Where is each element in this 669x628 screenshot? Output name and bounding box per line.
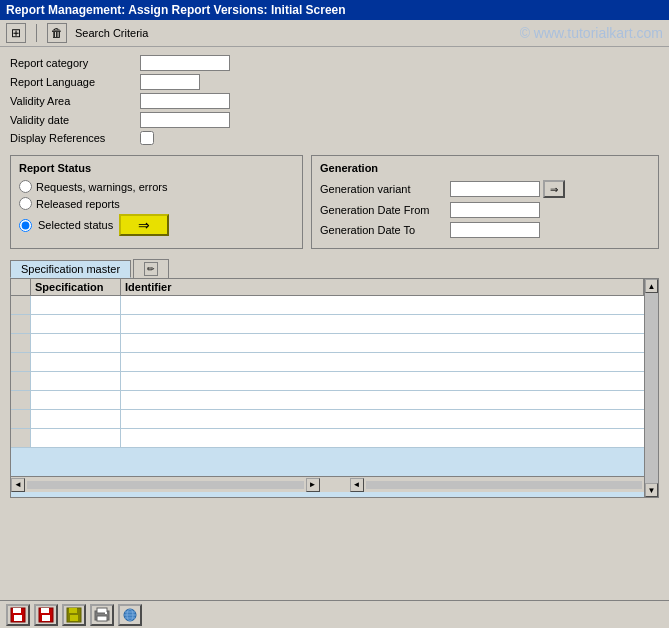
gen-variant-row: Generation variant ⇒ bbox=[320, 180, 650, 198]
svg-rect-12 bbox=[105, 612, 107, 614]
gen-date-from-input[interactable] bbox=[450, 202, 540, 218]
scroll-down-button[interactable]: ▼ bbox=[645, 483, 658, 497]
display-references-checkbox[interactable] bbox=[140, 131, 154, 145]
td-checkbox-1 bbox=[11, 296, 31, 314]
td-spec-1[interactable] bbox=[31, 296, 121, 314]
td-ident-1[interactable] bbox=[121, 296, 658, 314]
scroll-left-ident[interactable]: ◄ bbox=[350, 478, 364, 492]
svg-rect-11 bbox=[97, 616, 107, 621]
horizontal-scrollbar[interactable]: ◄ ► ◄ ► bbox=[11, 476, 658, 492]
td-spec-6[interactable] bbox=[31, 391, 121, 409]
radio-selected[interactable] bbox=[19, 219, 32, 232]
td-checkbox-7 bbox=[11, 410, 31, 428]
status-save-icon-2[interactable] bbox=[34, 604, 58, 626]
td-ident-5[interactable] bbox=[121, 372, 658, 390]
gen-date-to-row: Generation Date To bbox=[320, 222, 650, 238]
gen-variant-input[interactable] bbox=[450, 181, 540, 197]
td-checkbox-3 bbox=[11, 334, 31, 352]
table-row bbox=[11, 391, 658, 410]
radio-released[interactable] bbox=[19, 197, 32, 210]
report-language-row: Report Language bbox=[10, 74, 659, 90]
edit-tab-icon: ✏ bbox=[144, 262, 158, 276]
report-category-label: Report category bbox=[10, 57, 140, 69]
status-button[interactable]: ⇒ bbox=[119, 214, 169, 236]
display-references-label: Display References bbox=[10, 132, 140, 144]
svg-rect-7 bbox=[69, 608, 77, 613]
gen-date-to-label: Generation Date To bbox=[320, 224, 450, 236]
radio-row-2: Released reports bbox=[19, 197, 294, 210]
tab-edit-icon[interactable]: ✏ bbox=[133, 259, 169, 278]
report-category-input[interactable] bbox=[140, 55, 230, 71]
toolbar: ⊞ 🗑 Search Criteria © www.tutorialkart.c… bbox=[0, 20, 669, 47]
report-status-title: Report Status bbox=[19, 162, 294, 174]
scroll-right-spec[interactable]: ► bbox=[306, 478, 320, 492]
table-row bbox=[11, 315, 658, 334]
td-spec-7[interactable] bbox=[31, 410, 121, 428]
main-content: Report category Report Language Validity… bbox=[0, 47, 669, 506]
validity-date-row: Validity date bbox=[10, 112, 659, 128]
save-icon-2-svg bbox=[38, 607, 54, 623]
scroll-up-button[interactable]: ▲ bbox=[645, 279, 658, 293]
td-spec-8[interactable] bbox=[31, 429, 121, 447]
td-spec-4[interactable] bbox=[31, 353, 121, 371]
toolbar-divider bbox=[36, 24, 37, 42]
td-checkbox-6 bbox=[11, 391, 31, 409]
svg-rect-2 bbox=[14, 615, 22, 621]
table-row bbox=[11, 334, 658, 353]
toolbar-icon-trash[interactable]: 🗑 bbox=[47, 23, 67, 43]
globe-icon-svg bbox=[122, 607, 138, 623]
floppy-icon-svg bbox=[66, 607, 82, 623]
tab-spec-master-label: Specification master bbox=[21, 263, 120, 275]
svg-rect-1 bbox=[13, 608, 21, 613]
td-spec-2[interactable] bbox=[31, 315, 121, 333]
toolbar-icon-grid[interactable]: ⊞ bbox=[6, 23, 26, 43]
th-identifier: Identifier bbox=[121, 279, 644, 295]
validity-date-input[interactable] bbox=[140, 112, 230, 128]
gen-date-to-input[interactable] bbox=[450, 222, 540, 238]
report-language-input[interactable] bbox=[140, 74, 200, 90]
search-criteria-label: Search Criteria bbox=[75, 27, 148, 39]
radio-row-1: Requests, warnings, errors bbox=[19, 180, 294, 193]
print-icon-svg bbox=[94, 607, 110, 623]
td-ident-4[interactable] bbox=[121, 353, 658, 371]
scroll-track-h2 bbox=[366, 481, 643, 489]
validity-area-input[interactable] bbox=[140, 93, 230, 109]
radio-selected-label: Selected status bbox=[38, 219, 113, 231]
scroll-track-v bbox=[645, 293, 658, 483]
svg-rect-8 bbox=[70, 615, 78, 621]
svg-rect-5 bbox=[42, 615, 50, 621]
tab-specification-master[interactable]: Specification master bbox=[10, 260, 131, 278]
generation-title: Generation bbox=[320, 162, 650, 174]
status-print-icon[interactable] bbox=[90, 604, 114, 626]
radio-requests[interactable] bbox=[19, 180, 32, 193]
status-save-icon-1[interactable] bbox=[6, 604, 30, 626]
scroll-left-button[interactable]: ◄ bbox=[11, 478, 25, 492]
generation-panel: Generation Generation variant ⇒ Generati… bbox=[311, 155, 659, 249]
gen-variant-button[interactable]: ⇒ bbox=[543, 180, 565, 198]
td-checkbox-5 bbox=[11, 372, 31, 390]
save-icon-svg bbox=[10, 607, 26, 623]
td-checkbox-8 bbox=[11, 429, 31, 447]
title-text: Report Management: Assign Report Version… bbox=[6, 3, 346, 17]
th-specification: Specification bbox=[31, 279, 121, 295]
vertical-scrollbar[interactable]: ▲ ▼ bbox=[644, 279, 658, 497]
panels-row: Report Status Requests, warnings, errors… bbox=[10, 155, 659, 249]
table-row bbox=[11, 296, 658, 315]
td-spec-3[interactable] bbox=[31, 334, 121, 352]
td-spec-5[interactable] bbox=[31, 372, 121, 390]
validity-area-label: Validity Area bbox=[10, 95, 140, 107]
status-globe-icon[interactable] bbox=[118, 604, 142, 626]
gen-date-from-label: Generation Date From bbox=[320, 204, 450, 216]
td-ident-2[interactable] bbox=[121, 315, 658, 333]
tabs-header: Specification master ✏ bbox=[10, 259, 659, 278]
status-floppy-icon[interactable] bbox=[62, 604, 86, 626]
display-references-row: Display References bbox=[10, 131, 659, 145]
td-ident-7[interactable] bbox=[121, 410, 658, 428]
report-category-row: Report category bbox=[10, 55, 659, 71]
td-ident-6[interactable] bbox=[121, 391, 658, 409]
gen-variant-label: Generation variant bbox=[320, 183, 450, 195]
td-ident-8[interactable] bbox=[121, 429, 658, 447]
td-ident-3[interactable] bbox=[121, 334, 658, 352]
gen-date-from-row: Generation Date From bbox=[320, 202, 650, 218]
td-checkbox-4 bbox=[11, 353, 31, 371]
